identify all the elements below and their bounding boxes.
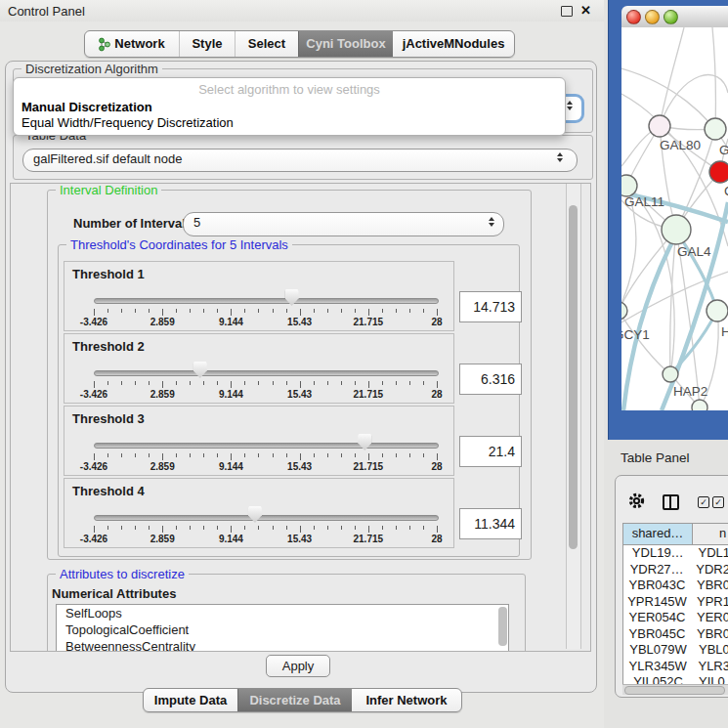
table-cell-name: YER0 <box>691 610 728 626</box>
threshold-group-legend: Threshold's Coordinates for 5 Intervals <box>66 237 292 252</box>
apply-button[interactable]: Apply <box>266 655 330 677</box>
network-edge[interactable] <box>712 27 715 129</box>
network-node-label: H <box>721 324 728 339</box>
close-traffic-light[interactable] <box>626 10 641 24</box>
network-node[interactable] <box>707 300 728 321</box>
network-node-label: GCY1 <box>621 327 650 342</box>
tick-mark <box>437 526 438 533</box>
app-root: Control Panel ✕ Network Style Select Cyn… <box>0 0 728 728</box>
slider-track[interactable] <box>94 298 439 304</box>
gear-icon[interactable] <box>628 492 645 509</box>
settings-vertical-scrollbar[interactable] <box>566 184 581 649</box>
table-row[interactable]: YBR043CYBR0 <box>623 578 728 594</box>
minimize-traffic-light[interactable] <box>645 10 660 24</box>
tab-style[interactable]: Style <box>179 31 235 57</box>
table-row[interactable]: YBR045CYBR0 <box>623 626 728 643</box>
table-row[interactable]: YER054CYER0 <box>623 610 728 626</box>
list-item[interactable]: TopologicalCoefficient <box>57 621 508 638</box>
table-row[interactable]: YDL19…YDL1 <box>623 545 728 562</box>
control-panel-titlebar: Control Panel ✕ <box>0 0 604 21</box>
column-header-shared-name[interactable]: shared… <box>623 524 693 544</box>
list-item[interactable]: SelfLoops <box>57 605 508 621</box>
scrollbar-thumb[interactable] <box>569 205 578 549</box>
tab-network-label: Network <box>114 32 164 56</box>
tick-mark <box>300 309 301 316</box>
bottom-tab-bar: Impute Data Discretize Data Infer Networ… <box>143 688 462 712</box>
threshold-value-field[interactable]: 6.316 <box>459 364 522 395</box>
table-row[interactable]: YBL079WYBL0 <box>623 642 728 659</box>
network-node[interactable] <box>663 366 678 382</box>
tick-mark <box>135 309 136 313</box>
interval-definition-legend: Interval Definition <box>56 183 161 197</box>
threshold-value-field[interactable]: 14.713 <box>459 291 522 322</box>
network-edge[interactable] <box>660 27 684 126</box>
threshold-value-field[interactable]: 11.344 <box>459 508 522 539</box>
tab-impute-data[interactable]: Impute Data <box>144 689 237 711</box>
numerical-attributes-list[interactable]: SelfLoopsTopologicalCoefficientBetweenne… <box>56 604 509 652</box>
tick-mark <box>396 526 397 530</box>
checkbox-icon[interactable]: ✓ <box>698 496 709 508</box>
dropdown-option-manual[interactable]: Manual Discretization <box>21 100 152 114</box>
network-node[interactable] <box>662 215 691 244</box>
algorithm-dropdown-popup: Select algorithm to view settings Manual… <box>13 77 566 136</box>
column-layout-icon[interactable] <box>663 494 679 510</box>
tick-mark <box>355 381 356 385</box>
table-row[interactable]: YPR145WYPR1 <box>623 594 728 611</box>
tab-network[interactable]: Network <box>85 31 179 57</box>
slider-track[interactable] <box>94 443 439 449</box>
slider-track[interactable] <box>94 515 439 521</box>
algorithm-group-legend: Discretization Algorithm <box>21 62 162 76</box>
tick-mark <box>327 526 328 530</box>
tab-select[interactable]: Select <box>235 31 298 57</box>
slider-track[interactable] <box>94 370 439 376</box>
threshold-value-field[interactable]: 21.4 <box>459 436 522 467</box>
table-row[interactable]: YIL052CYIL0 <box>623 674 728 684</box>
network-node[interactable] <box>692 400 707 410</box>
tab-infer-network[interactable]: Infer Network <box>352 689 461 711</box>
tick-mark <box>203 453 204 457</box>
tick-mark <box>314 453 315 457</box>
tick-mark <box>121 453 122 457</box>
dropdown-option-equal-width[interactable]: Equal Width/Frequency Discretization <box>21 115 234 130</box>
table-data-value: galFiltered.sif default node <box>33 150 182 169</box>
network-node[interactable] <box>621 175 637 196</box>
scrollbar-thumb[interactable] <box>624 686 725 695</box>
close-icon[interactable]: ✕ <box>580 3 591 18</box>
table-cell-shared-name: YPR145W <box>623 594 691 611</box>
tick-mark <box>190 381 191 385</box>
tick-mark <box>107 526 108 530</box>
table-horizontal-scrollbar[interactable] <box>622 684 728 695</box>
tick-mark <box>176 309 177 313</box>
column-header-name[interactable]: n <box>693 524 728 544</box>
tick-mark <box>162 526 163 533</box>
tick-mark <box>300 381 301 388</box>
tick-mark <box>286 381 287 385</box>
tab-discretize-data[interactable]: Discretize Data <box>237 689 352 711</box>
tab-cyni-toolbox[interactable]: Cyni Toolbox <box>298 31 393 57</box>
table-row[interactable]: YDR27…YDR2 <box>623 562 728 578</box>
network-edge-highlighted[interactable] <box>623 233 677 410</box>
tick-mark <box>244 381 245 385</box>
scale-label: -3.426 <box>72 389 115 400</box>
scale-label: -3.426 <box>72 534 115 544</box>
scale-label: 15.43 <box>278 461 321 472</box>
zoom-traffic-light[interactable] <box>664 10 678 24</box>
network-node[interactable] <box>649 115 670 137</box>
tick-mark <box>203 309 204 313</box>
tick-mark <box>409 309 410 313</box>
float-window-icon[interactable] <box>561 6 573 17</box>
network-node[interactable] <box>709 161 728 183</box>
table-row[interactable]: YLR345WYLR3 <box>623 659 728 675</box>
network-svg: GAL80GAL11GAL4GCY1HAP2GACH <box>621 27 728 410</box>
table-data-combobox[interactable]: galFiltered.sif default node <box>22 149 578 172</box>
number-of-intervals-spinner[interactable]: 5 <box>183 212 504 236</box>
list-item[interactable]: BetweennessCentrality <box>57 638 508 652</box>
tab-jactivemnodules[interactable]: jActiveMNodules <box>393 31 514 57</box>
network-node[interactable] <box>621 302 627 320</box>
network-view[interactable]: GAL80GAL11GAL4GCY1HAP2GACH <box>621 27 728 410</box>
tick-mark <box>409 453 410 457</box>
tick-mark <box>94 381 95 388</box>
checkbox-icon[interactable]: ✓ <box>712 496 724 508</box>
list-scrollbar[interactable] <box>498 607 507 646</box>
network-node[interactable] <box>705 118 726 140</box>
